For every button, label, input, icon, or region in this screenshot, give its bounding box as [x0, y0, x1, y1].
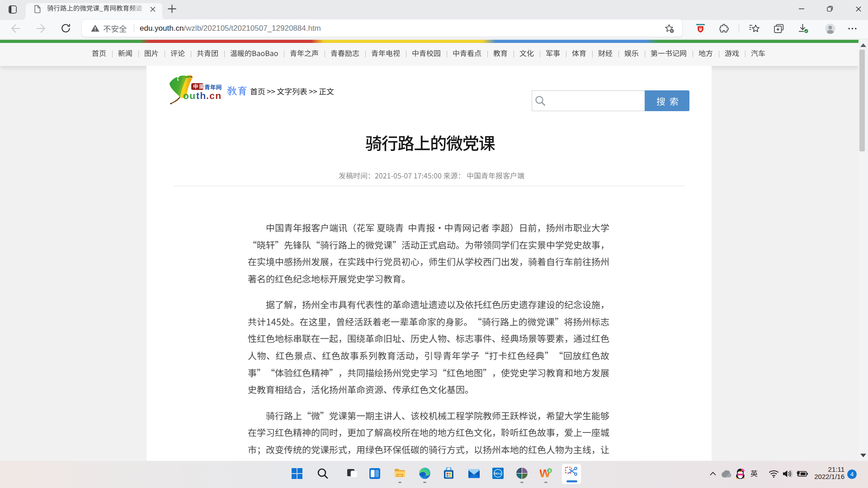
- svg-text:S: S: [548, 469, 551, 473]
- svg-text:DELL: DELL: [494, 472, 502, 475]
